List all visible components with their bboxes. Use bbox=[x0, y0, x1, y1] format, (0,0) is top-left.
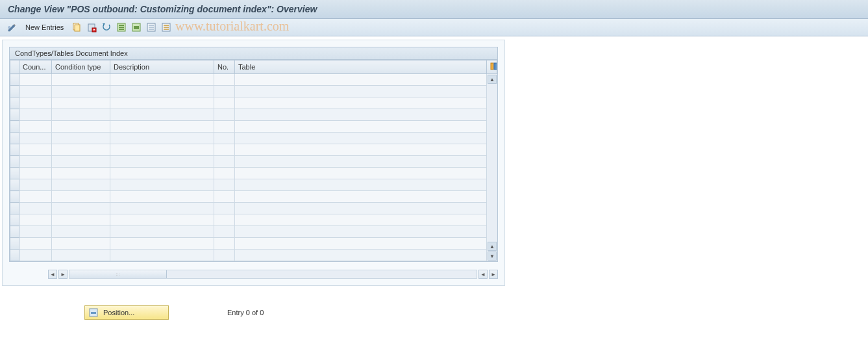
cell[interactable] bbox=[214, 97, 235, 109]
row-selector[interactable] bbox=[10, 109, 19, 121]
cell[interactable] bbox=[110, 86, 214, 97]
row-selector[interactable] bbox=[10, 121, 19, 133]
scroll-up2-icon[interactable]: ▲ bbox=[488, 242, 497, 251]
cell[interactable] bbox=[110, 168, 214, 179]
cell[interactable] bbox=[52, 109, 110, 121]
cell[interactable] bbox=[214, 109, 235, 121]
table-row[interactable] bbox=[10, 179, 497, 191]
cell[interactable] bbox=[235, 109, 487, 121]
cell[interactable] bbox=[52, 168, 110, 179]
table-row[interactable] bbox=[10, 168, 497, 179]
cell[interactable] bbox=[110, 109, 214, 121]
table-row[interactable] bbox=[10, 144, 497, 156]
col-table[interactable]: Table bbox=[235, 60, 487, 74]
cell[interactable] bbox=[110, 133, 214, 144]
cell[interactable] bbox=[235, 144, 487, 156]
scroll-left-icon[interactable]: ◄ bbox=[48, 270, 57, 279]
table-row[interactable] bbox=[10, 238, 497, 250]
delete-icon[interactable] bbox=[86, 21, 97, 33]
cell[interactable] bbox=[235, 238, 487, 250]
col-country[interactable]: Coun... bbox=[19, 60, 52, 74]
row-selector[interactable] bbox=[10, 203, 19, 214]
cell[interactable] bbox=[214, 133, 235, 144]
cell[interactable] bbox=[19, 133, 52, 144]
cell[interactable] bbox=[214, 74, 235, 86]
cell[interactable] bbox=[214, 156, 235, 168]
cell[interactable] bbox=[235, 86, 487, 97]
scroll-right-step-icon[interactable]: ► bbox=[58, 270, 68, 279]
row-selector[interactable] bbox=[10, 226, 19, 238]
row-selector[interactable] bbox=[10, 238, 19, 250]
table-row[interactable] bbox=[10, 214, 497, 226]
cell[interactable] bbox=[110, 203, 214, 214]
scroll-left-end-icon[interactable]: ◄ bbox=[478, 270, 488, 279]
cell[interactable] bbox=[235, 74, 487, 86]
cell[interactable] bbox=[19, 226, 52, 238]
cell[interactable] bbox=[52, 121, 110, 133]
cell[interactable] bbox=[214, 144, 235, 156]
cell[interactable] bbox=[235, 97, 487, 109]
cell[interactable] bbox=[214, 86, 235, 97]
table-row[interactable] bbox=[10, 226, 497, 238]
col-no[interactable]: No. bbox=[214, 60, 235, 74]
cell[interactable] bbox=[19, 109, 52, 121]
row-selector[interactable] bbox=[10, 144, 19, 156]
cell[interactable] bbox=[214, 203, 235, 214]
cell[interactable] bbox=[214, 168, 235, 179]
row-selector[interactable] bbox=[10, 179, 19, 191]
horizontal-scrollbar[interactable]: ◄ ► ::: ◄ ► bbox=[9, 270, 498, 279]
cell[interactable] bbox=[214, 238, 235, 250]
cell[interactable] bbox=[214, 121, 235, 133]
new-entries-button[interactable]: New Entries bbox=[21, 22, 68, 32]
cell[interactable] bbox=[110, 144, 214, 156]
cell[interactable] bbox=[110, 74, 214, 86]
cell[interactable] bbox=[214, 179, 235, 191]
cell[interactable] bbox=[19, 74, 52, 86]
cell[interactable] bbox=[52, 179, 110, 191]
cell[interactable] bbox=[235, 121, 487, 133]
row-selector[interactable] bbox=[10, 250, 19, 261]
select-all-icon[interactable] bbox=[116, 21, 127, 33]
cell[interactable] bbox=[19, 191, 52, 203]
cell[interactable] bbox=[110, 97, 214, 109]
cell[interactable] bbox=[52, 203, 110, 214]
cell[interactable] bbox=[235, 250, 487, 261]
cell[interactable] bbox=[19, 238, 52, 250]
cell[interactable] bbox=[19, 86, 52, 97]
cell[interactable] bbox=[52, 238, 110, 250]
cell[interactable] bbox=[235, 226, 487, 238]
toggle-display-change-icon[interactable] bbox=[6, 21, 18, 33]
row-selector[interactable] bbox=[10, 86, 19, 97]
cell[interactable] bbox=[110, 121, 214, 133]
vertical-scrollbar[interactable]: ▲ ▲ ▼ bbox=[487, 74, 497, 261]
cell[interactable] bbox=[235, 203, 487, 214]
undo-change-icon[interactable] bbox=[101, 21, 112, 33]
cell[interactable] bbox=[214, 226, 235, 238]
cell[interactable] bbox=[52, 226, 110, 238]
cell[interactable] bbox=[52, 250, 110, 261]
table-row[interactable] bbox=[10, 250, 497, 261]
cell[interactable] bbox=[52, 156, 110, 168]
cell[interactable] bbox=[19, 203, 52, 214]
cell[interactable] bbox=[110, 250, 214, 261]
cell[interactable] bbox=[19, 156, 52, 168]
row-selector-header[interactable] bbox=[10, 60, 19, 74]
cell[interactable] bbox=[52, 86, 110, 97]
cell[interactable] bbox=[52, 74, 110, 86]
cell[interactable] bbox=[235, 214, 487, 226]
hscroll-track[interactable]: ::: bbox=[69, 270, 477, 279]
cell[interactable] bbox=[235, 179, 487, 191]
cell[interactable] bbox=[52, 97, 110, 109]
cell[interactable] bbox=[110, 191, 214, 203]
row-selector[interactable] bbox=[10, 156, 19, 168]
copy-as-icon[interactable] bbox=[71, 21, 82, 33]
table-row[interactable] bbox=[10, 86, 497, 97]
cell[interactable] bbox=[214, 191, 235, 203]
cell[interactable] bbox=[52, 133, 110, 144]
scroll-down-icon[interactable]: ▼ bbox=[488, 251, 497, 261]
table-config-button[interactable] bbox=[487, 60, 497, 74]
row-selector[interactable] bbox=[10, 191, 19, 203]
configure-icon[interactable] bbox=[160, 21, 172, 33]
cell[interactable] bbox=[110, 238, 214, 250]
row-selector[interactable] bbox=[10, 214, 19, 226]
